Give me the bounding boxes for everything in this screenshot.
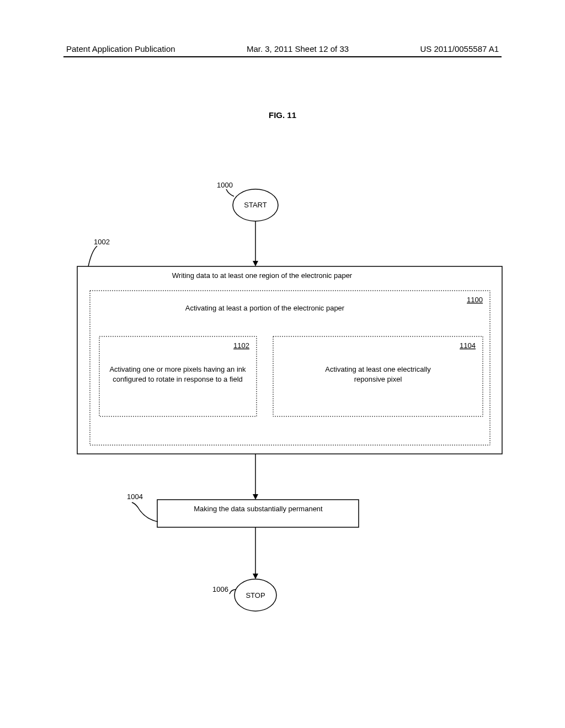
header-center: Mar. 3, 2011 Sheet 12 of 33: [247, 44, 349, 53]
svg-marker-1: [253, 261, 258, 266]
box-1102-line1: Activating one or more pixels having an …: [109, 365, 246, 373]
box-1004-text: Making the data substantially permanent: [194, 505, 323, 513]
box-1002-text: Writing data to at least one region of t…: [172, 271, 353, 280]
svg-marker-3: [253, 494, 258, 500]
box-1004: [157, 500, 359, 527]
figure-title: FIG. 11: [269, 110, 296, 120]
ref-1102: 1102: [233, 341, 249, 350]
box-1104-line1: Activating at least one electrically: [325, 365, 431, 373]
header-divider: [63, 56, 502, 57]
ref-1002: 1002: [94, 238, 110, 246]
svg-marker-5: [253, 574, 258, 579]
ref-1006: 1006: [212, 585, 228, 593]
flowchart-diagram: START 1000 Writing data to at least one …: [0, 154, 565, 651]
stop-label: STOP: [246, 591, 265, 599]
box-1100-text: Activating at least a portion of the ele…: [185, 304, 345, 312]
header-right: US 2011/0055587 A1: [420, 44, 499, 53]
ref-1104: 1104: [460, 341, 476, 350]
ref-1004: 1004: [127, 493, 143, 501]
header-left: Patent Application Publication: [66, 44, 175, 53]
box-1102-line2: configured to rotate in response to a fi…: [113, 375, 243, 383]
box-1104-line2: reponsive pixel: [354, 375, 402, 383]
start-label: START: [244, 201, 266, 209]
ref-1000: 1000: [217, 181, 233, 189]
ref-1100: 1100: [467, 296, 483, 304]
box-1002: [77, 266, 502, 454]
